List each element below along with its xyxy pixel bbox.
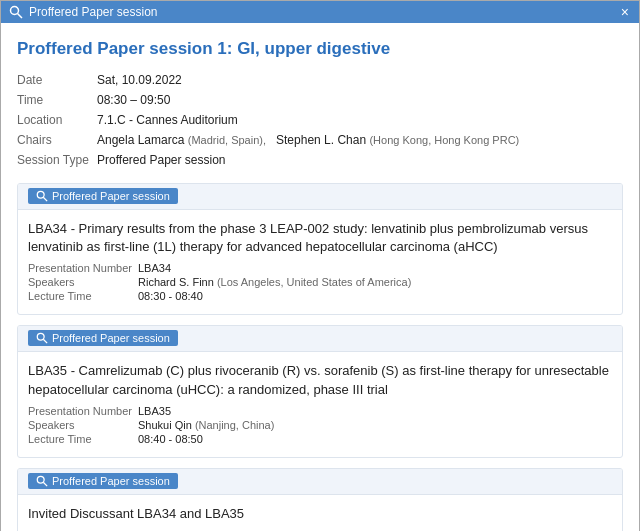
card-body-1: LBA35 - Camrelizumab (C) plus rivocerani… [18,352,622,456]
time-value: 08:30 – 09:50 [97,91,170,109]
chair1-name: Angela Lamarca [97,133,184,147]
speakers-value-1: Shukui Qin (Nanjing, China) [138,419,274,431]
presentation-number-label-1: Presentation Number [28,405,138,417]
badge-label-0: Proffered Paper session [52,190,170,202]
chair2-location: (Hong Kong, Hong Kong PRC) [369,134,519,146]
presentation-number-value-1: LBA35 [138,405,171,417]
card-0: Proffered Paper sessionLBA34 - Primary r… [17,183,623,315]
card-header-2: Proffered Paper session [18,469,622,495]
card-title-1: LBA35 - Camrelizumab (C) plus rivocerani… [28,362,612,398]
cards-container: Proffered Paper sessionLBA34 - Primary r… [17,183,623,531]
chair1-location: (Madrid, Spain), [188,134,266,146]
svg-point-0 [11,7,19,15]
lecture-time-value-1: 08:40 - 08:50 [138,433,203,445]
session-badge-1: Proffered Paper session [28,330,178,346]
meta-row-chairs: Chairs Angela Lamarca (Madrid, Spain), S… [17,131,623,149]
chair2-name: Stephen L. Chan [276,133,366,147]
title-bar: Proffered Paper session × [1,1,639,23]
session-type-label: Session Type [17,151,97,169]
search-icon [9,5,23,19]
session-type-value: Proffered Paper session [97,151,226,169]
svg-line-3 [43,197,47,201]
chairs-label: Chairs [17,131,97,149]
lecture-time-value-0: 08:30 - 08:40 [138,290,203,302]
meta-row-date: Date Sat, 10.09.2022 [17,71,623,89]
lecture-time-label-1: Lecture Time [28,433,138,445]
speakers-row-1: SpeakersShukui Qin (Nanjing, China) [28,419,612,431]
svg-point-2 [37,191,44,198]
badge-label-1: Proffered Paper session [52,332,170,344]
speakers-label-0: Speakers [28,276,138,288]
svg-line-7 [43,482,47,486]
chairs-value: Angela Lamarca (Madrid, Spain), Stephen … [97,131,519,149]
presentation-number-row-1: Presentation NumberLBA35 [28,405,612,417]
card-header-1: Proffered Paper session [18,326,622,352]
speakers-label-1: Speakers [28,419,138,431]
time-label: Time [17,91,97,109]
location-value: 7.1.C - Cannes Auditorium [97,111,238,129]
card-header-0: Proffered Paper session [18,184,622,210]
search-icon-badge-1 [36,332,48,344]
meta-table: Date Sat, 10.09.2022 Time 08:30 – 09:50 … [17,71,623,169]
session-badge-2: Proffered Paper session [28,473,178,489]
card-1: Proffered Paper sessionLBA35 - Camrelizu… [17,325,623,457]
card-title-2: Invited Discussant LBA34 and LBA35 [28,505,612,523]
meta-row-time: Time 08:30 – 09:50 [17,91,623,109]
presentation-number-label-0: Presentation Number [28,262,138,274]
card-2: Proffered Paper sessionInvited Discussan… [17,468,623,531]
close-button[interactable]: × [619,5,631,19]
date-label: Date [17,71,97,89]
search-icon-badge-0 [36,190,48,202]
speakers-value-0: Richard S. Finn (Los Angeles, United Sta… [138,276,411,288]
title-bar-left: Proffered Paper session [9,5,158,19]
speakers-row-0: SpeakersRichard S. Finn (Los Angeles, Un… [28,276,612,288]
card-body-2: Invited Discussant LBA34 and LBA35Lectur… [18,495,622,531]
title-bar-label: Proffered Paper session [29,5,158,19]
presentation-number-value-0: LBA34 [138,262,171,274]
svg-point-6 [37,476,44,483]
card-body-0: LBA34 - Primary results from the phase 3… [18,210,622,314]
search-icon-badge-2 [36,475,48,487]
svg-line-1 [18,14,23,19]
lecture-time-label-0: Lecture Time [28,290,138,302]
date-value: Sat, 10.09.2022 [97,71,182,89]
meta-row-location: Location 7.1.C - Cannes Auditorium [17,111,623,129]
meta-row-session-type: Session Type Proffered Paper session [17,151,623,169]
session-badge-0: Proffered Paper session [28,188,178,204]
badge-label-2: Proffered Paper session [52,475,170,487]
svg-line-5 [43,340,47,344]
presentation-number-row-0: Presentation NumberLBA34 [28,262,612,274]
location-label: Location [17,111,97,129]
lecture-time-row-1: Lecture Time08:40 - 08:50 [28,433,612,445]
card-title-0: LBA34 - Primary results from the phase 3… [28,220,612,256]
content-area: Proffered Paper session 1: GI, upper dig… [1,23,639,531]
svg-point-4 [37,334,44,341]
page-title: Proffered Paper session 1: GI, upper dig… [17,39,623,59]
lecture-time-row-0: Lecture Time08:30 - 08:40 [28,290,612,302]
main-window: Proffered Paper session × Proffered Pape… [0,0,640,531]
